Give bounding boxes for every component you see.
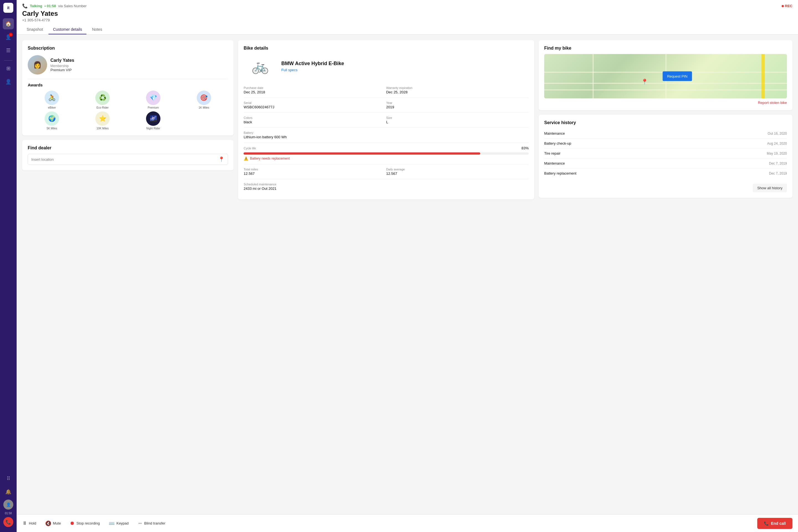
keypad-button[interactable]: ⌨️ Keypad — [109, 518, 129, 529]
year-cell: Year 2019 — [386, 98, 529, 113]
award-premium-icon: 💎 — [146, 91, 160, 105]
colors-cell: Colors black — [244, 113, 386, 128]
sidebar-item-home[interactable]: 🏠 — [3, 18, 14, 30]
find-my-bike-title: Find my bike — [544, 46, 787, 51]
cycle-life-progress-bar — [244, 152, 529, 155]
tab-customer-details[interactable]: Customer details — [49, 25, 87, 34]
battery-warning: ⚠️ Battery needs replacement — [244, 156, 529, 161]
cycle-life-header: Cycle life 83% — [244, 146, 529, 150]
bike-top: 🚲 BMW Active Hybrid E-Bike Full specs — [244, 55, 529, 77]
size-cell: Size L — [386, 113, 529, 128]
scheduled-cell: Scheduled maintenance 2433 mi or Out 202… — [244, 179, 529, 194]
tab-notes[interactable]: Notes — [88, 25, 107, 34]
sidebar-logo: it — [3, 3, 13, 13]
history-date-4: Dec 7, 2019 — [769, 172, 787, 175]
divider — [28, 79, 228, 79]
left-column: Subscription 👩 Carly Yates Membership Pr… — [22, 40, 233, 200]
cycle-life-label: Cycle life — [244, 147, 256, 150]
award-ebiker-icon: 🚴 — [44, 91, 59, 105]
history-date-0: Out 16, 2020 — [768, 132, 787, 135]
history-item-4: Battery replacement Dec 7, 2019 — [544, 169, 787, 178]
hold-icon: ⏸ — [22, 520, 27, 526]
bike-specs-link[interactable]: Full specs — [281, 68, 344, 72]
request-pin-button[interactable]: Request PIN — [663, 72, 692, 81]
sidebar-item-contacts[interactable]: 👤 3 — [3, 32, 14, 43]
cycle-life-fill — [244, 152, 480, 155]
history-name-2: Tire repair — [544, 151, 560, 155]
rec-dot — [782, 5, 784, 7]
report-stolen-link[interactable]: Report stolen bike — [544, 100, 787, 105]
mute-icon: 🔇 — [45, 520, 51, 527]
warning-icon: ⚠️ — [244, 156, 248, 161]
award-ebiker-label: eBiker — [48, 106, 56, 109]
tab-snapshot[interactable]: Snapshot — [22, 25, 48, 34]
call-status-text: Talking — [30, 4, 42, 8]
tab-bar: Snapshot Customer details Notes — [22, 25, 793, 34]
award-1k-label: 1K Miles — [199, 106, 209, 109]
history-name-0: Maintenance — [544, 131, 565, 135]
serial-cell: Serial WSBC606024677J — [244, 98, 386, 113]
sidebar-item-list[interactable]: ☰ — [3, 45, 14, 56]
daily-avg-cell: Daily average 12.567 — [386, 164, 529, 179]
end-call-button[interactable]: 📞 End call — [757, 518, 793, 529]
award-10k-miles: ⭐ 10K Miles — [78, 111, 127, 130]
sidebar-end-call[interactable]: 📞 — [3, 517, 13, 527]
hold-button[interactable]: ⏸ Hold — [22, 518, 36, 528]
call-via: via Sales Number — [58, 4, 87, 8]
caller-name: Carly Yates — [22, 10, 793, 17]
bottom-bar: ⏸ Hold 🔇 Mute ⏺ Stop recording ⌨️ Keypad… — [17, 514, 798, 532]
location-input[interactable] — [28, 155, 215, 164]
awards-grid: 🚴 eBiker ♻️ Eco Rider 💎 Premium 🎯 1K Mil… — [28, 91, 228, 130]
blind-transfer-button[interactable]: ↔️ Blind transfer — [137, 518, 166, 528]
mute-button[interactable]: 🔇 Mute — [45, 518, 61, 529]
right-column: Find my bike 📍 Request PIN Report stolen… — [539, 40, 793, 200]
membership-label: Membership — [51, 64, 74, 68]
battery-cell: Battery Lithium-ion battery 600 Wh — [244, 128, 529, 143]
stop-recording-icon: ⏺ — [70, 520, 75, 526]
sidebar-item-apps[interactable]: ⠿ — [3, 473, 14, 484]
user-info: Carly Yates Membership Premium VIP — [51, 58, 74, 72]
show-all-history-button[interactable]: Show all history — [753, 184, 787, 192]
location-pin-icon[interactable]: 📍 — [215, 154, 228, 165]
history-item-0: Maintenance Out 16, 2020 — [544, 129, 787, 138]
subscription-user: 👩 Carly Yates Membership Premium VIP — [28, 55, 228, 75]
bike-stats-grid: Total miles 12.567 Daily average 12.567 … — [244, 164, 529, 194]
stop-recording-label: Stop recording — [76, 521, 100, 525]
end-call-icon: 📞 — [764, 521, 768, 526]
find-dealer-card: Find dealer 📍 — [22, 140, 233, 170]
end-call-label: End call — [771, 521, 786, 526]
call-timer: • 01:58 — [44, 4, 56, 8]
phone-icon: 📞 — [22, 3, 28, 8]
history-name-4: Battery replacement — [544, 171, 576, 175]
award-10k-label: 10K Miles — [96, 127, 109, 130]
history-date-1: Aug 24, 2020 — [767, 141, 787, 146]
awards-title: Awards — [28, 82, 228, 87]
award-eco-rider-label: Eco Rider — [96, 106, 109, 109]
main-content: 📞 Talking • 01:58 via Sales Number REC C… — [17, 0, 798, 532]
rec-badge: REC — [782, 4, 793, 8]
find-my-bike-card: Find my bike 📍 Request PIN Report stolen… — [539, 40, 793, 110]
sidebar: it 🏠 👤 3 ☰ ⊞ 👤 ⠿ 🔔 👤 01:58 📞 — [0, 0, 17, 532]
award-night-icon: 🌌 — [146, 111, 160, 126]
award-1k-icon: 🎯 — [197, 91, 211, 105]
award-premium-label: Premium — [148, 106, 159, 109]
warranty-cell: Warranty expiration Dec 25, 2028 — [386, 83, 529, 98]
bike-details-card: Bike details 🚲 BMW Active Hybrid E-Bike … — [238, 40, 534, 200]
subscription-card: Subscription 👩 Carly Yates Membership Pr… — [22, 40, 233, 135]
mute-label: Mute — [53, 521, 61, 525]
stop-recording-button[interactable]: ⏺ Stop recording — [70, 518, 100, 528]
history-item-3: Maintenance Dec 7, 2019 — [544, 158, 787, 169]
sidebar-item-user[interactable]: 👤 — [3, 76, 14, 87]
history-date-3: Dec 7, 2019 — [769, 162, 787, 166]
service-history-title: Service history — [544, 120, 787, 125]
service-history-list: Maintenance Out 16, 2020 Battery check-u… — [544, 129, 787, 178]
sidebar-item-bell[interactable]: 🔔 — [3, 486, 14, 497]
bike-details-title: Bike details — [244, 46, 529, 51]
award-eco-rider-icon: ♻️ — [95, 91, 110, 105]
sidebar-item-grid[interactable]: ⊞ — [3, 63, 14, 74]
keypad-icon: ⌨️ — [109, 520, 115, 527]
map-yellow-stripe — [761, 54, 765, 98]
total-miles-cell: Total miles 12.567 — [244, 164, 386, 179]
history-item-1: Battery check-up Aug 24, 2020 — [544, 138, 787, 149]
map-road-v1 — [593, 54, 593, 98]
